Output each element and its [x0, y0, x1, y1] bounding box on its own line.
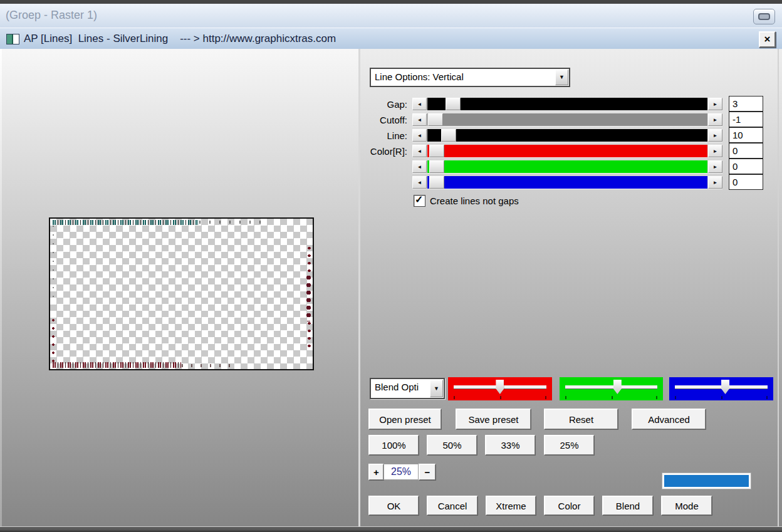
- preview-left-marks-red: [51, 318, 55, 363]
- color-green-increment-button[interactable]: ►: [708, 160, 722, 173]
- tick-mark: [612, 396, 613, 399]
- open-preset-button[interactable]: Open preset: [368, 409, 441, 429]
- gap-decrement-button[interactable]: ◄: [412, 98, 427, 110]
- cutoff-decrement-button[interactable]: ◄: [412, 113, 427, 126]
- gap-increment-button[interactable]: ►: [708, 98, 722, 110]
- save-preset-button[interactable]: Save preset: [456, 409, 531, 429]
- cutoff-slider-row: Cutoff: ◄ ►: [360, 113, 774, 126]
- mode-button[interactable]: Mode: [661, 496, 712, 515]
- minimize-button[interactable]: [753, 9, 775, 24]
- advanced-button[interactable]: Advanced: [632, 409, 706, 429]
- outer-window-title: (Groep - Raster 1): [6, 9, 97, 22]
- color-green-slider-thumb[interactable]: [429, 160, 444, 173]
- color-blue-increment-button[interactable]: ►: [708, 176, 722, 189]
- preview-bottom-marks-faded: [182, 364, 235, 367]
- line-slider-track[interactable]: [427, 129, 707, 142]
- plugin-icon: [6, 34, 19, 44]
- line-decrement-button[interactable]: ◄: [412, 129, 427, 142]
- line-increment-button[interactable]: ►: [708, 129, 722, 142]
- green-mix-groove: [565, 385, 657, 389]
- controls-panel: Line Options: Vertical ▼ Gap: ◄ ► Cutoff…: [360, 49, 782, 527]
- color-button[interactable]: Color: [544, 496, 594, 515]
- create-lines-checkbox[interactable]: ✓: [414, 195, 425, 207]
- preview-top-marks: [53, 220, 198, 225]
- red-mix-trackbar[interactable]: [448, 377, 552, 400]
- color-green-decrement-button[interactable]: ◄: [412, 160, 427, 173]
- xtreme-button[interactable]: Xtreme: [486, 496, 536, 515]
- preview-left-marks: [51, 224, 55, 299]
- blend-options-dropdown[interactable]: Blend Opti ▼: [370, 378, 445, 399]
- blue-mix-thumb[interactable]: [721, 380, 729, 394]
- color-blue-decrement-button[interactable]: ◄: [412, 176, 427, 189]
- color-green-slider-row: ◄ ►: [360, 160, 774, 173]
- reset-button[interactable]: Reset: [544, 409, 618, 429]
- color-red-label: Color[R]:: [360, 146, 407, 157]
- tick-mark: [454, 396, 455, 399]
- zoom-33-button[interactable]: 33%: [485, 435, 535, 455]
- tick-mark: [766, 396, 768, 399]
- chevron-down-icon[interactable]: ▼: [555, 70, 568, 85]
- color-red-value-field[interactable]: [729, 143, 763, 159]
- cutoff-slider-track[interactable]: [427, 113, 707, 126]
- tick-mark: [545, 396, 546, 399]
- green-mix-thumb[interactable]: [613, 380, 622, 394]
- preview-top-marks-faded: [199, 221, 268, 224]
- zoom-100-button[interactable]: 100%: [368, 435, 419, 455]
- gap-slider-row: Gap: ◄ ►: [360, 98, 774, 110]
- line-value-field[interactable]: [729, 127, 763, 143]
- color-red-slider-thumb[interactable]: [429, 145, 444, 157]
- check-icon: ✓: [415, 194, 423, 206]
- tick-mark: [675, 396, 676, 399]
- color-red-slider-track[interactable]: [427, 145, 707, 157]
- line-slider-row: Line: ◄ ►: [360, 129, 774, 142]
- zoom-25-button[interactable]: 25%: [544, 435, 594, 455]
- cutoff-value-field[interactable]: [729, 112, 763, 127]
- effect-preview[interactable]: [49, 217, 314, 370]
- blend-button[interactable]: Blend: [602, 496, 653, 515]
- chevron-down-icon[interactable]: ▼: [430, 380, 443, 397]
- color-green-value-field[interactable]: [729, 159, 763, 174]
- blue-mix-trackbar[interactable]: [669, 377, 773, 400]
- line-options-dropdown[interactable]: Line Options: Vertical ▼: [370, 68, 570, 87]
- progress-bar: [662, 473, 751, 489]
- cancel-button[interactable]: Cancel: [427, 496, 477, 515]
- gap-value-field[interactable]: [729, 96, 763, 112]
- zoom-50-button[interactable]: 50%: [427, 435, 477, 455]
- color-red-slider-row: Color[R]: ◄ ►: [360, 145, 774, 157]
- line-options-value: Line Options: Vertical: [375, 71, 554, 82]
- cutoff-increment-button[interactable]: ►: [708, 113, 722, 126]
- line-slider-thumb[interactable]: [441, 129, 456, 142]
- blend-options-value: Blend Opti: [375, 382, 429, 392]
- gap-slider-track[interactable]: [427, 98, 707, 110]
- line-label: Line:: [360, 130, 407, 141]
- zoom-level-field[interactable]: [383, 464, 419, 480]
- color-blue-slider-track[interactable]: [427, 176, 707, 189]
- create-lines-checkbox-label: Create lines not gaps: [430, 196, 519, 206]
- color-green-slider-track[interactable]: [427, 160, 707, 173]
- cutoff-label: Cutoff:: [360, 115, 407, 125]
- preview-right-marks-large: [305, 274, 312, 321]
- outer-titlebar[interactable]: (Groep - Raster 1): [0, 4, 782, 28]
- color-red-increment-button[interactable]: ►: [708, 145, 722, 157]
- preview-bottom-marks: [53, 362, 181, 368]
- zoom-out-button[interactable]: −: [419, 464, 435, 480]
- ok-button[interactable]: OK: [368, 496, 419, 515]
- gap-label: Gap:: [360, 99, 407, 110]
- plugin-title: AP [Lines] Lines - SilverLining --- > ht…: [24, 33, 336, 45]
- green-mix-trackbar[interactable]: [560, 377, 663, 400]
- window-right-border: [778, 49, 779, 527]
- cutoff-slider-thumb[interactable]: [428, 113, 443, 126]
- gap-slider-thumb[interactable]: [446, 98, 461, 110]
- color-blue-slider-thumb[interactable]: [429, 176, 444, 189]
- zoom-in-button[interactable]: +: [368, 464, 383, 480]
- close-button[interactable]: ×: [759, 31, 776, 48]
- red-mix-thumb[interactable]: [496, 380, 504, 394]
- color-blue-slider-row: ◄ ►: [360, 176, 774, 189]
- color-blue-value-field[interactable]: [729, 174, 763, 190]
- plugin-window: (Groep - Raster 1) AP [Lines] Lines - Si…: [0, 0, 782, 532]
- tick-mark: [721, 396, 722, 399]
- plugin-titlebar[interactable]: AP [Lines] Lines - SilverLining --- > ht…: [0, 28, 782, 50]
- color-red-decrement-button[interactable]: ◄: [412, 145, 427, 157]
- minimize-icon: [758, 13, 770, 20]
- preview-panel: [0, 49, 358, 527]
